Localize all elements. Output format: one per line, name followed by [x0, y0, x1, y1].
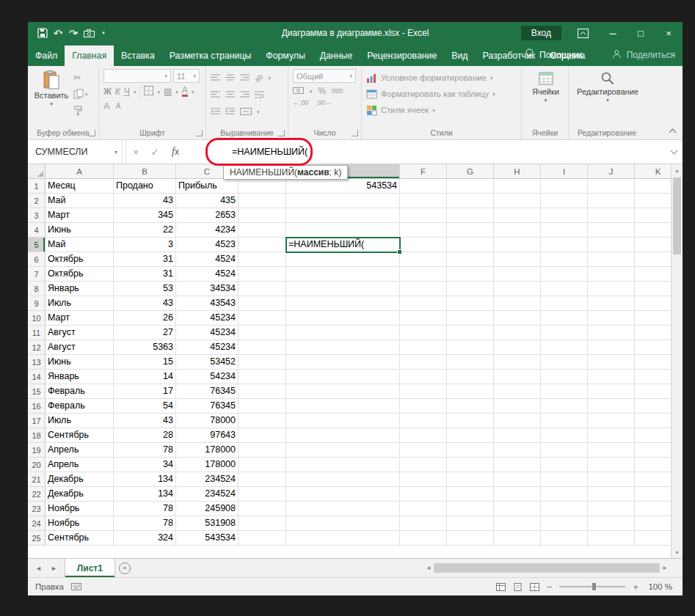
conditional-formatting-button[interactable]: Условное форматирование▾: [366, 70, 518, 85]
ribbon-display-options-icon[interactable]: [578, 29, 589, 38]
column-header-J[interactable]: J: [588, 164, 635, 178]
vertical-scrollbar[interactable]: ▲ ▼: [671, 164, 683, 558]
cell-E24[interactable]: [286, 516, 400, 531]
cell-I6[interactable]: [541, 252, 588, 267]
horizontal-scrollbar[interactable]: ◄ ►: [426, 562, 668, 573]
copy-button[interactable]: ▾: [73, 87, 88, 100]
cell-F23[interactable]: [400, 502, 447, 516]
cell-D6[interactable]: [239, 252, 286, 267]
cell-I4[interactable]: [541, 223, 588, 238]
tab-Вставка[interactable]: Вставка: [114, 45, 162, 66]
row-header-19[interactable]: 19: [28, 443, 46, 458]
tellme-label[interactable]: Помощник: [539, 50, 583, 60]
cell-E12[interactable]: [286, 340, 400, 355]
cell-G2[interactable]: [447, 194, 494, 208]
sheet-nav-left-icon[interactable]: ◄: [35, 565, 42, 572]
row-header-14[interactable]: 14: [28, 370, 46, 384]
cell-G12[interactable]: [447, 340, 494, 355]
zoom-slider-thumb[interactable]: [592, 583, 596, 590]
cell-J24[interactable]: [588, 516, 635, 531]
cell-H18[interactable]: [494, 428, 541, 443]
scroll-down-icon[interactable]: ▼: [672, 546, 683, 558]
cell-F5[interactable]: [400, 238, 447, 252]
cut-button[interactable]: ✂▾: [73, 71, 88, 84]
cell-I9[interactable]: [541, 296, 588, 311]
cell-E3[interactable]: [286, 208, 400, 223]
cell-D13[interactable]: [239, 355, 286, 370]
cell-D4[interactable]: [239, 223, 286, 238]
cell-A19[interactable]: Апрель: [46, 443, 114, 458]
cell-E22[interactable]: [286, 487, 400, 502]
cell-E4[interactable]: [286, 223, 400, 238]
cell-B20[interactable]: 34: [114, 458, 176, 472]
cell-A13[interactable]: Июнь: [46, 355, 114, 370]
cell-H11[interactable]: [494, 326, 541, 340]
cell-J8[interactable]: [588, 282, 635, 296]
qat-customize-icon[interactable]: ▾: [97, 24, 112, 42]
cell-F7[interactable]: [400, 267, 447, 282]
cell-F11[interactable]: [400, 326, 447, 340]
camera-icon[interactable]: [81, 24, 96, 42]
cell-J1[interactable]: [588, 179, 635, 194]
cell-A3[interactable]: Март: [46, 208, 114, 223]
cell-B6[interactable]: 31: [114, 252, 176, 267]
cell-G25[interactable]: [447, 531, 494, 546]
cell-I12[interactable]: [541, 340, 588, 355]
select-all-corner[interactable]: [28, 164, 46, 178]
cell-I18[interactable]: [541, 428, 588, 443]
cell-C22[interactable]: 234524: [176, 487, 239, 502]
cell-G6[interactable]: [447, 252, 494, 267]
column-header-H[interactable]: H: [494, 164, 541, 178]
cell-G16[interactable]: [447, 399, 494, 414]
row-header-25[interactable]: 25: [28, 531, 46, 546]
alignment-dialog-launcher-icon[interactable]: [278, 130, 285, 136]
cell-G18[interactable]: [447, 428, 494, 443]
cell-I10[interactable]: [541, 311, 588, 326]
cell-E13[interactable]: [286, 355, 400, 370]
borders-icon[interactable]: [144, 86, 153, 98]
cell-I19[interactable]: [541, 443, 588, 458]
row-header-23[interactable]: 23: [28, 502, 46, 516]
cell-H23[interactable]: [494, 502, 541, 516]
cell-B8[interactable]: 53: [114, 282, 176, 296]
cell-C5[interactable]: 4523: [176, 238, 239, 252]
cell-B22[interactable]: 134: [114, 487, 176, 502]
cell-D14[interactable]: [239, 370, 286, 384]
horizontal-scroll-thumb[interactable]: [434, 563, 660, 573]
cell-A5[interactable]: Май: [46, 238, 114, 252]
align-middle-icon[interactable]: [225, 71, 235, 84]
cell-J21[interactable]: [588, 472, 635, 487]
align-center-icon[interactable]: [225, 88, 235, 101]
cell-F12[interactable]: [400, 340, 447, 355]
cell-C11[interactable]: 45234: [176, 326, 239, 340]
row-header-12[interactable]: 12: [28, 340, 46, 355]
cell-D15[interactable]: [239, 384, 286, 399]
cell-A14[interactable]: Январь: [46, 370, 114, 384]
cell-D25[interactable]: [239, 531, 286, 546]
cell-G4[interactable]: [447, 223, 494, 238]
cell-F20[interactable]: [400, 458, 447, 472]
cell-F24[interactable]: [400, 516, 447, 531]
cell-E15[interactable]: [286, 384, 400, 399]
row-header-7[interactable]: 7: [28, 267, 46, 282]
row-header-24[interactable]: 24: [28, 516, 46, 531]
cell-I1[interactable]: [541, 179, 588, 194]
undo-icon[interactable]: ↶▾: [51, 24, 65, 42]
cell-H15[interactable]: [494, 384, 541, 399]
cell-A6[interactable]: Октябрь: [46, 252, 114, 267]
cell-I24[interactable]: [541, 516, 588, 531]
cell-B21[interactable]: 134: [114, 472, 176, 487]
cell-G13[interactable]: [447, 355, 494, 370]
cell-A21[interactable]: Декабрь: [46, 472, 114, 487]
cell-C10[interactable]: 45234: [176, 311, 239, 326]
cell-D23[interactable]: [239, 502, 286, 516]
cell-A4[interactable]: Июнь: [46, 223, 114, 238]
cell-styles-button[interactable]: Стили ячеек▾: [366, 103, 518, 117]
cell-D3[interactable]: [239, 208, 286, 223]
cell-D21[interactable]: [239, 472, 286, 487]
column-header-A[interactable]: A: [46, 164, 114, 178]
column-header-G[interactable]: G: [447, 164, 494, 178]
cell-A8[interactable]: Январь: [46, 282, 114, 296]
cell-B16[interactable]: 54: [114, 399, 176, 414]
cell-G22[interactable]: [447, 487, 494, 502]
